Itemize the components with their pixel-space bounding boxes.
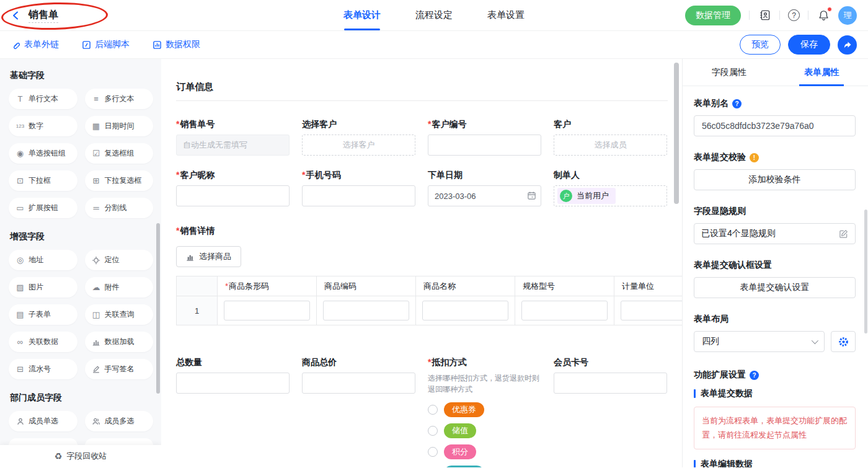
toolbar-link[interactable]: 表单外链 (11, 39, 59, 50)
visibility-rules-box[interactable]: 已设置4个显隐规则 (694, 223, 856, 244)
sidebar-scrollbar[interactable] (156, 223, 160, 394)
checkbox-group-icon: ☑ (91, 149, 102, 158)
deduction-option[interactable]: 储值 (428, 423, 541, 438)
field-item-multi-line-text[interactable]: ≡多行文本 (85, 89, 154, 109)
divider (779, 11, 780, 20)
alias-help-icon[interactable]: ? (732, 99, 742, 108)
total-price-input[interactable] (302, 373, 415, 394)
member-card-input[interactable] (554, 373, 667, 394)
nav-tab[interactable]: 表单设计 (343, 0, 381, 30)
nav-tab[interactable]: 流程设定 (415, 0, 453, 30)
field-item-address[interactable]: ◎地址 (9, 250, 78, 270)
field-item-number[interactable]: 123数字 (9, 116, 78, 136)
properties-tab[interactable]: 表单属性 (776, 59, 868, 86)
order-date-input[interactable] (428, 185, 541, 206)
properties-tab[interactable]: 字段属性 (683, 59, 776, 86)
field-item-attachment[interactable]: ☁附件 (85, 277, 154, 298)
address-book-icon[interactable] (758, 9, 771, 22)
creator-member-box[interactable]: 户 当前用户 (554, 185, 667, 206)
sales-no-input[interactable] (176, 135, 290, 156)
field-item-image[interactable]: ▨图片 (9, 277, 78, 298)
image-icon: ▨ (14, 283, 26, 292)
notification-bell-icon[interactable] (817, 9, 830, 22)
field-item-multi-dropdown[interactable]: ⊞下拉复选框 (85, 170, 154, 191)
field-item-single-line-text[interactable]: T单行文本 (9, 89, 78, 109)
radio-unchecked-icon[interactable] (428, 426, 438, 436)
field-creator[interactable]: 制单人 户 当前用户 (554, 169, 667, 206)
flow-form-warning: 当前为流程表单，表单提交功能扩展的配置，请前往流程发起节点属性 (694, 407, 856, 449)
table-cell-input[interactable] (621, 301, 682, 320)
form-alias-input[interactable] (694, 115, 856, 136)
save-button[interactable]: 保存 (788, 35, 830, 55)
attachment-icon: ☁ (91, 283, 102, 292)
toolbar-link[interactable]: 后端脚本 (82, 39, 130, 50)
table-cell-input[interactable] (521, 301, 608, 320)
form-section-title[interactable]: 订单信息 (176, 59, 682, 93)
layout-settings-button[interactable] (831, 331, 856, 352)
toolbar-link[interactable]: 数据权限 (153, 39, 200, 50)
field-item-divider[interactable]: ═分割线 (85, 198, 154, 218)
customer-no-input[interactable] (428, 135, 541, 156)
field-recycle-bin[interactable]: ♻ 字段回收站 (0, 445, 161, 467)
radio-unchecked-icon[interactable] (428, 405, 438, 415)
header-nav-tabs: 表单设计流程设定表单设置 (343, 0, 525, 30)
radio-unchecked-icon[interactable] (428, 447, 438, 457)
table-cell-input[interactable] (422, 301, 508, 320)
field-total-qty[interactable]: 总数量 (176, 356, 290, 467)
field-item-signature[interactable]: 手写签名 (85, 359, 154, 379)
avatar[interactable]: 理 (838, 6, 857, 25)
field-item-relate-query[interactable]: ◫关联查询 (85, 304, 154, 325)
field-deduction[interactable]: *抵扣方式 选择哪种抵扣方式，退货退款时则退回哪种方式 优惠券储值积分无抵扣 (428, 356, 541, 467)
calendar-icon[interactable] (527, 191, 536, 200)
nav-tab[interactable]: 表单设置 (487, 0, 525, 30)
data-manage-button[interactable]: 数据管理 (685, 6, 741, 25)
field-item-location[interactable]: 定位 (85, 250, 154, 270)
field-item-member-multi[interactable]: 成员多选 (85, 411, 154, 431)
field-item-datetime[interactable]: ▦日期时间 (85, 116, 154, 136)
extension-help-icon[interactable]: ? (750, 371, 759, 380)
field-total-price[interactable]: 商品总价 (302, 356, 415, 467)
form-title[interactable]: 销售单 (29, 9, 58, 23)
preview-button[interactable]: 预览 (740, 35, 781, 55)
field-item-dropdown[interactable]: ⊡下拉框 (9, 170, 78, 191)
field-customer[interactable]: 客户 选择成员 (554, 118, 667, 156)
field-item-serial-number[interactable]: ⊟流水号 (9, 359, 78, 379)
field-sales-no[interactable]: *销售单号 (176, 118, 290, 156)
field-item-extend-button[interactable]: ▭扩展按钮 (9, 198, 78, 218)
select-goods-button[interactable]: 选择商品 (176, 246, 241, 267)
back-button[interactable] (11, 11, 21, 20)
deduction-option[interactable]: 积分 (428, 444, 541, 459)
mobile-input[interactable] (302, 185, 415, 206)
field-select-customer[interactable]: 选择客户 选择客户 (302, 118, 415, 156)
signature-icon (91, 365, 102, 374)
field-customer-nickname[interactable]: *客户昵称 (176, 169, 290, 206)
customer-member-picker[interactable]: 选择成员 (554, 135, 667, 156)
deduction-option[interactable]: 无抵扣 (428, 466, 541, 467)
field-mobile[interactable]: *手机号码 (302, 169, 415, 206)
edit-pencil-icon[interactable] (839, 229, 848, 239)
select-customer-picker[interactable]: 选择客户 (302, 135, 415, 156)
field-item-subform[interactable]: ▤子表单 (9, 304, 78, 325)
help-icon[interactable]: ? (788, 9, 800, 21)
table-cell-input[interactable] (224, 301, 310, 320)
field-item-checkbox-group[interactable]: ☑复选框组 (85, 143, 154, 164)
field-member-card[interactable]: 会员卡号 (554, 356, 667, 467)
radio-group-icon: ◉ (14, 149, 26, 158)
deduction-option[interactable]: 优惠券 (428, 402, 541, 417)
add-validation-button[interactable]: 添加校验条件 (694, 169, 856, 190)
canvas-scrollbar[interactable] (674, 63, 679, 204)
field-customer-no[interactable]: *客户编号 (428, 118, 541, 156)
submit-confirm-button[interactable]: 表单提交确认设置 (694, 277, 856, 298)
table-cell-input[interactable] (323, 301, 409, 320)
layout-select[interactable]: 四列 (694, 331, 825, 352)
field-item-data-load[interactable]: 数据加载 (85, 332, 154, 352)
field-item-member-single[interactable]: 成员单选 (9, 411, 78, 431)
field-item-radio-group[interactable]: ◉单选按钮组 (9, 143, 78, 164)
share-button[interactable] (838, 35, 857, 55)
current-user-chip[interactable]: 户 当前用户 (557, 188, 616, 204)
field-order-date[interactable]: 下单日期 (428, 169, 541, 206)
customer-nickname-input[interactable] (176, 185, 290, 206)
field-item-relate-data[interactable]: ∞关联数据 (9, 332, 78, 352)
panel-scrollbar[interactable] (864, 210, 867, 333)
total-qty-input[interactable] (176, 373, 290, 394)
